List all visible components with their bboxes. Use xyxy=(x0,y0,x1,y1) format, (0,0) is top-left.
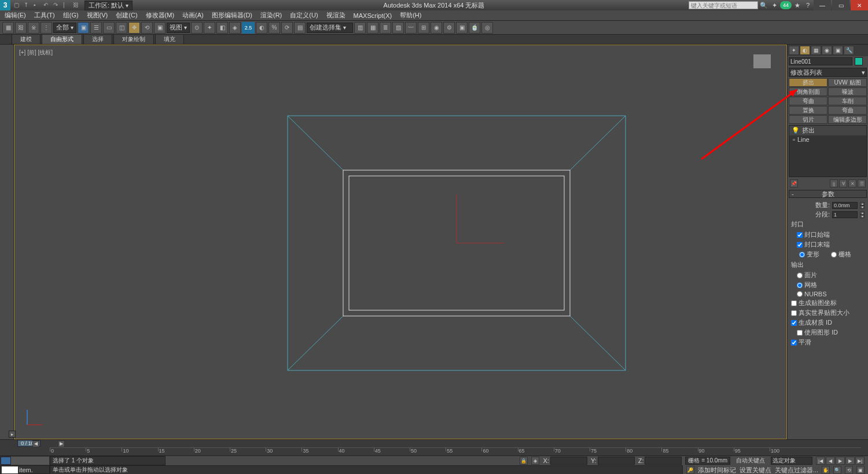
object-name-input[interactable] xyxy=(789,57,852,65)
tool-rotate[interactable]: ⟲ xyxy=(141,22,153,34)
modifier-stack[interactable]: 💡挤出 ▫Line xyxy=(789,125,867,177)
percent-snap[interactable]: % xyxy=(269,22,280,34)
tool-manip[interactable]: ✦ xyxy=(204,22,215,34)
selection-filter[interactable]: 全部 ▾ xyxy=(53,23,76,33)
modifier-list-dropdown[interactable]: 修改器列表▾ xyxy=(789,68,867,77)
chk-cap-end[interactable] xyxy=(797,242,803,248)
chk-smooth[interactable] xyxy=(791,340,797,346)
amount-spin-btns[interactable]: ▴▾ xyxy=(860,202,865,209)
minimize-button[interactable]: — xyxy=(814,0,831,10)
modbtn-displace[interactable]: 置换 xyxy=(789,106,827,115)
tool-bind[interactable]: ※ xyxy=(28,22,39,34)
show-end-result-icon[interactable]: || xyxy=(830,179,838,188)
nav-zoom-icon[interactable]: 🔍 xyxy=(833,466,841,474)
menu-tools[interactable]: 工具(T) xyxy=(32,11,57,20)
tab-freeform[interactable]: 自由形式 xyxy=(42,34,82,44)
goto-start-icon[interactable]: |◀ xyxy=(816,457,825,465)
track-key-icon[interactable] xyxy=(1,457,11,465)
modbtn-noise[interactable]: 噪波 xyxy=(828,87,867,96)
modbtn-lathe[interactable]: 车削 xyxy=(828,97,867,105)
workspace-selector[interactable]: 工作区: 默认 ▾ xyxy=(84,1,133,10)
nav-max-icon[interactable]: ▣ xyxy=(856,466,865,474)
menu-modifiers[interactable]: 修改器(M) xyxy=(144,11,177,20)
star-icon[interactable]: ★ xyxy=(793,1,802,10)
edit-selset[interactable]: ▤ xyxy=(294,22,306,34)
tool-move[interactable]: ✥ xyxy=(128,22,140,34)
lock-icon[interactable]: 🔒 xyxy=(520,457,528,465)
chk-useshape[interactable] xyxy=(797,330,803,336)
tool-select-region[interactable]: ▭ xyxy=(103,22,115,34)
isolate-icon[interactable]: ◈ xyxy=(531,457,539,465)
schematic[interactable]: ⊞ xyxy=(418,22,429,34)
pin-stack-icon[interactable]: 📌 xyxy=(790,179,798,188)
key-filters-button[interactable]: 关键点过滤器... xyxy=(775,466,818,475)
play-icon[interactable]: ▶ xyxy=(836,457,845,465)
layers[interactable]: ≣ xyxy=(380,22,391,34)
save-icon[interactable]: ▪ xyxy=(34,2,41,9)
app-icon[interactable]: 3 xyxy=(0,0,10,10)
search-icon[interactable]: 🔍 xyxy=(759,1,768,10)
tool-select-link[interactable]: ▦ xyxy=(2,22,14,34)
tool-pivot[interactable]: ⊙ xyxy=(191,22,203,34)
rad-nurbs[interactable] xyxy=(797,291,803,297)
snap-value[interactable]: 2.5 xyxy=(242,22,255,34)
menu-help[interactable]: 帮助(H) xyxy=(398,11,424,20)
menu-animation[interactable]: 动画(A) xyxy=(180,11,206,20)
coord-z-input[interactable] xyxy=(645,457,682,465)
tool-select[interactable]: ▣ xyxy=(78,22,89,34)
segments-spinner[interactable] xyxy=(832,211,858,218)
tab-hierarchy[interactable]: ▦ xyxy=(811,46,821,55)
amount-spinner[interactable] xyxy=(832,202,858,209)
prev-arrow-icon[interactable]: ◀ xyxy=(32,440,39,447)
viewcube[interactable] xyxy=(751,50,774,73)
open-icon[interactable]: ⤒ xyxy=(24,2,31,9)
close-button[interactable]: ✕ xyxy=(851,0,868,10)
chk-cap-start[interactable] xyxy=(797,232,803,238)
graphite[interactable]: ▨ xyxy=(392,22,404,34)
tool-unlink[interactable]: ⛓ xyxy=(15,22,27,34)
tool-select-name[interactable]: ☰ xyxy=(90,22,102,34)
autokey-button[interactable]: 自动关键点 xyxy=(734,457,767,465)
undo-icon[interactable]: ↶ xyxy=(43,2,50,9)
object-color-swatch[interactable] xyxy=(855,57,863,65)
rad-patch[interactable] xyxy=(797,273,803,278)
chk-genmat[interactable] xyxy=(791,320,797,326)
render-setup[interactable]: ⚙ xyxy=(443,22,455,34)
material-editor[interactable]: ◉ xyxy=(431,22,442,34)
track-bar[interactable] xyxy=(0,456,50,465)
modbtn-uvwmap[interactable]: UVW 贴图 xyxy=(828,78,867,87)
exchange-badge[interactable]: 44 xyxy=(780,1,792,9)
render-frame[interactable]: ▣ xyxy=(456,22,468,34)
nav-pan-icon[interactable]: ✋ xyxy=(822,466,830,474)
remove-mod-icon[interactable]: ✕ xyxy=(848,179,856,188)
link-icon[interactable]: ⛓ xyxy=(73,2,80,9)
viewport-expand-button[interactable]: ▸ xyxy=(9,431,16,438)
coord-system[interactable]: 视图 ▾ xyxy=(167,23,190,33)
maximize-button[interactable]: ▭ xyxy=(832,0,849,10)
nav-orbit-icon[interactable]: ⟲ xyxy=(845,466,853,474)
render[interactable]: 🍵 xyxy=(469,22,480,34)
menu-vray[interactable]: 视渲染 xyxy=(324,11,348,20)
next-arrow-icon[interactable]: ▶ xyxy=(58,440,65,447)
help-icon[interactable]: ? xyxy=(803,1,812,10)
tool-ezz[interactable]: ⋮ xyxy=(41,22,52,34)
add-time-tag[interactable]: 添加时间标记 xyxy=(698,466,736,475)
mini-listener[interactable]: item. xyxy=(0,465,50,474)
tool-keyshot[interactable]: ◧ xyxy=(216,22,228,34)
menu-rendering[interactable]: 渲染(R) xyxy=(258,11,284,20)
modbtn-editpoly[interactable]: 编辑多边形 xyxy=(828,115,867,124)
modbtn-bend[interactable]: 弯曲 xyxy=(789,97,827,105)
modbtn-slice[interactable]: 切片 xyxy=(789,115,827,124)
menu-group[interactable]: 组(G) xyxy=(61,11,81,20)
rad-grid[interactable] xyxy=(831,252,837,258)
coord-x-input[interactable] xyxy=(550,457,587,465)
modbtn-bevel[interactable]: 倒角剖面 xyxy=(789,87,827,96)
bulb-icon[interactable]: 💡 xyxy=(792,127,800,134)
new-icon[interactable]: ▢ xyxy=(14,2,21,9)
stack-item-extrude[interactable]: 💡挤出 xyxy=(789,126,866,135)
tab-modeling[interactable]: 建模 xyxy=(12,34,41,44)
align[interactable]: ▦ xyxy=(367,22,378,34)
next-frame-icon[interactable]: ▶ xyxy=(845,457,855,465)
spinner-snap[interactable]: ⟳ xyxy=(281,22,293,34)
tab-object-paint[interactable]: 对象绘制 xyxy=(113,34,154,44)
